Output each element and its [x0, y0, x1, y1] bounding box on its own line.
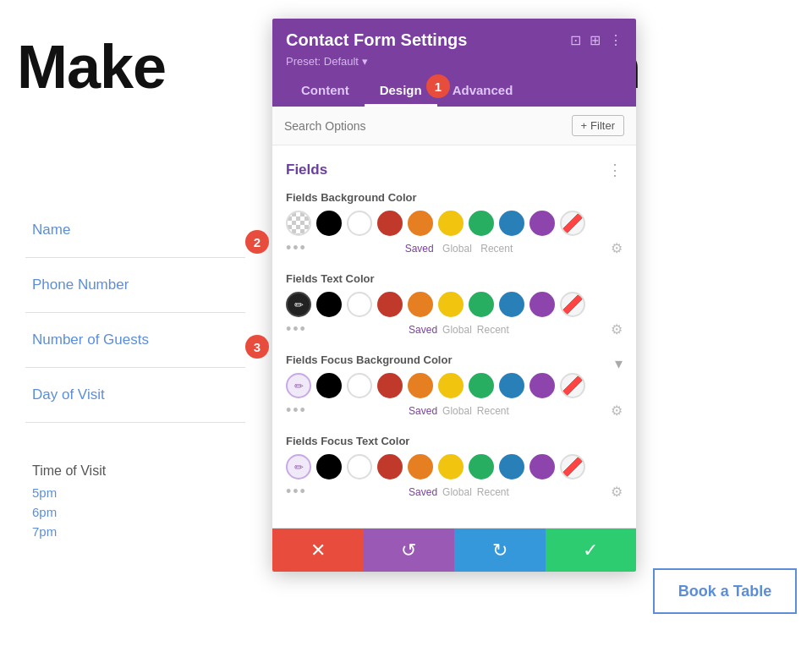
swatch-red[interactable] — [377, 373, 403, 398]
save-button[interactable]: ✓ — [546, 529, 637, 572]
time-section: Time of Visit 5pm 6pm 7pm — [25, 463, 106, 540]
gear-icon[interactable]: ⚙ — [611, 321, 623, 337]
swatch-orange[interactable] — [408, 454, 433, 479]
swatch-red[interactable] — [377, 292, 403, 317]
redo-icon: ↻ — [492, 540, 508, 562]
tab-global[interactable]: Global — [442, 324, 472, 336]
more-dots[interactable]: ••• — [286, 239, 307, 257]
swatch-white[interactable] — [347, 292, 372, 317]
swatch-purple[interactable] — [529, 211, 555, 236]
swatch-green[interactable] — [469, 373, 494, 398]
tab-saved[interactable]: Saved — [405, 243, 434, 255]
tab-recent[interactable]: Recent — [477, 324, 509, 336]
filter-button[interactable]: + Filter — [572, 115, 624, 136]
gear-icon[interactable]: ⚙ — [611, 403, 623, 419]
preset-arrow: ▾ — [362, 55, 368, 68]
undo-button[interactable]: ↺ — [364, 529, 455, 572]
filter-label: Filter — [590, 119, 615, 132]
tab-global[interactable]: Global — [442, 243, 472, 255]
section-menu-icon[interactable]: ⋮ — [607, 161, 623, 179]
fields-bg-footer: ••• Saved Global Recent ⚙ — [286, 239, 623, 257]
swatch-white[interactable] — [347, 454, 372, 479]
fields-bg-swatches — [286, 211, 623, 236]
gear-icon[interactable]: ⚙ — [611, 484, 623, 500]
swatch-green[interactable] — [469, 211, 494, 236]
expand-icon[interactable]: ⊡ — [570, 32, 581, 48]
swatch-red[interactable] — [377, 211, 403, 236]
dropdown-arrow-icon[interactable]: ▾ — [615, 354, 623, 373]
filter-icon: + — [581, 119, 588, 132]
search-input[interactable] — [284, 119, 572, 133]
swatch-green[interactable] — [469, 454, 494, 479]
swatch-purple[interactable] — [529, 292, 555, 317]
swatch-none[interactable] — [560, 292, 585, 317]
swatch-eyedrop[interactable]: ✏ — [286, 292, 311, 317]
swatch-blue[interactable] — [499, 292, 524, 317]
fields-bg-label: Fields Background Color — [286, 191, 623, 204]
step-badge-2: 2 — [245, 230, 269, 254]
swatch-yellow[interactable] — [438, 292, 464, 317]
swatch-none[interactable] — [560, 211, 585, 236]
columns-icon[interactable]: ⊞ — [590, 32, 601, 48]
field-guests: Number of Guests — [25, 313, 245, 368]
tab-saved[interactable]: Saved — [409, 405, 437, 417]
swatch-yellow[interactable] — [438, 373, 464, 398]
close-button[interactable]: ✕ — [272, 529, 364, 572]
more-dots[interactable]: ••• — [286, 402, 307, 419]
swatch-blue[interactable] — [499, 211, 524, 236]
swatch-eyedrop[interactable]: ✏ — [286, 373, 311, 398]
swatch-black[interactable] — [316, 211, 342, 236]
gear-icon[interactable]: ⚙ — [611, 240, 623, 256]
undo-icon: ↺ — [401, 540, 416, 562]
swatch-white[interactable] — [347, 211, 372, 236]
tab-advanced[interactable]: Advanced — [437, 76, 529, 107]
save-icon: ✓ — [583, 540, 598, 562]
more-dots[interactable]: ••• — [286, 321, 307, 338]
bottom-toolbar: ✕ ↺ ↻ ✓ — [272, 528, 636, 572]
tab-design[interactable]: Design — [365, 76, 437, 107]
swatch-none[interactable] — [560, 373, 585, 398]
tab-saved[interactable]: Saved — [409, 324, 437, 336]
swatch-blue[interactable] — [499, 454, 524, 479]
swatch-yellow[interactable] — [438, 454, 464, 479]
tab-global[interactable]: Global — [442, 405, 472, 417]
swatch-green[interactable] — [469, 292, 494, 317]
swatch-black[interactable] — [316, 454, 342, 479]
fields-text-footer: ••• Saved Global Recent ⚙ — [286, 321, 623, 338]
swatch-orange[interactable] — [408, 211, 433, 236]
fields-text-label: Fields Text Color — [286, 272, 623, 285]
swatch-purple[interactable] — [529, 454, 555, 479]
swatch-blue[interactable] — [499, 373, 524, 398]
swatch-purple[interactable] — [529, 373, 555, 398]
swatch-orange[interactable] — [408, 373, 433, 398]
time-options: 5pm 6pm 7pm — [25, 484, 106, 540]
book-table-button[interactable]: Book a Table — [653, 568, 797, 614]
swatch-orange[interactable] — [408, 292, 433, 317]
tab-recent[interactable]: Recent — [480, 243, 513, 255]
fields-bg-color-section: Fields Background Color ••• Saved Global… — [286, 191, 623, 257]
more-dots[interactable]: ••• — [286, 483, 307, 501]
tab-recent[interactable]: Recent — [477, 405, 509, 417]
tab-global[interactable]: Global — [442, 486, 472, 498]
modal-panel: Contact Form Settings ⊡ ⊞ ⋮ Preset: Defa… — [272, 19, 636, 572]
fields-focus-bg-label: Fields Focus Background Color — [286, 353, 452, 366]
modal-title: Contact Form Settings — [286, 30, 467, 50]
redo-button[interactable]: ↻ — [454, 529, 546, 572]
swatch-none[interactable] — [560, 454, 585, 479]
swatch-yellow[interactable] — [438, 211, 464, 236]
swatch-black[interactable] — [316, 292, 342, 317]
field-phone: Phone Number — [25, 258, 245, 313]
swatch-black[interactable] — [316, 373, 342, 398]
search-bar: + Filter — [272, 107, 636, 145]
form-fields: Name Phone Number Number of Guests Day o… — [25, 203, 245, 423]
fields-focus-text-label: Fields Focus Text Color — [286, 435, 623, 447]
swatch-red[interactable] — [377, 454, 403, 479]
swatch-white[interactable] — [347, 373, 372, 398]
swatch-eyedrop[interactable]: ✏ — [286, 454, 311, 479]
more-icon[interactable]: ⋮ — [609, 32, 623, 48]
tab-content[interactable]: Content — [286, 76, 365, 107]
tab-saved[interactable]: Saved — [409, 486, 437, 498]
swatch-transparent[interactable] — [286, 211, 311, 236]
tab-recent[interactable]: Recent — [477, 486, 509, 498]
preset-selector[interactable]: Preset: Default ▾ — [286, 55, 623, 68]
